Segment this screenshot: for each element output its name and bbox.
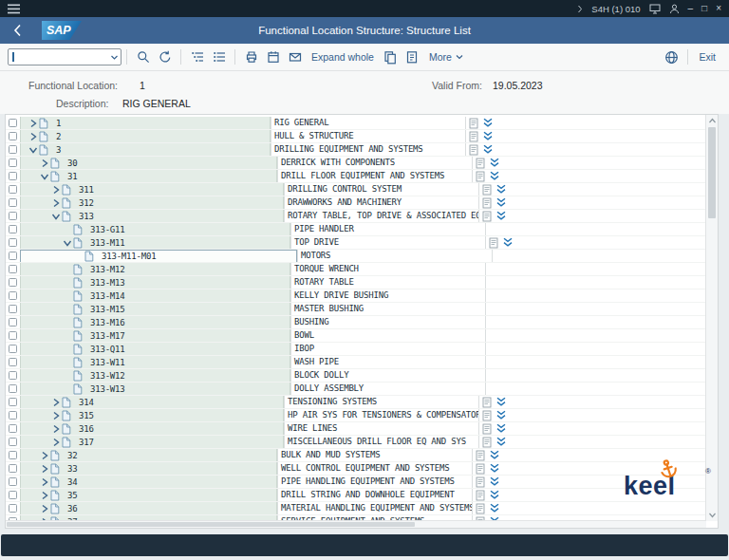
expander-icon[interactable] [51,185,61,195]
row-id[interactable]: 2 [56,131,61,142]
subtree-list-icon[interactable] [402,47,422,67]
row-description[interactable]: BULK AND MUD SYSTEMS [277,449,473,462]
row-checkbox[interactable] [9,278,17,287]
double-chevron-down-icon[interactable] [495,397,507,407]
row-description[interactable]: MOTORS [297,250,493,263]
row-description[interactable]: BOWL [290,329,486,343]
row-description[interactable]: WASH PIPE [290,356,486,369]
row-id[interactable]: 1 [56,118,61,129]
refresh-icon[interactable] [155,47,175,67]
expander-icon[interactable] [51,212,61,221]
expander-icon[interactable] [51,411,61,420]
row-id[interactable]: 36 [67,503,77,514]
send-icon[interactable] [285,47,305,67]
tree-id-cell[interactable] [20,250,297,263]
row-description[interactable]: TORQUE WRENCH [290,263,486,276]
row-id[interactable]: 313-M16 [90,317,125,328]
row-checkbox[interactable] [9,424,17,433]
row-checkbox[interactable] [9,238,17,247]
row-description[interactable]: WIRE LINES [284,422,479,436]
row-id[interactable]: 31 [67,171,77,182]
clipboard-icon[interactable] [476,450,485,461]
row-id[interactable]: 313-Q11 [90,344,125,355]
clipboard-icon[interactable] [476,490,485,501]
row-checkbox[interactable] [9,132,17,140]
row-description[interactable]: DRAWWORKS AND MACHINERY [284,196,479,210]
row-checkbox[interactable] [9,358,17,366]
clipboard-icon[interactable] [482,410,492,421]
row-description[interactable]: DRILL FLOOR EQUIPMENT AND SYSTEMS [277,170,473,183]
row-checkbox[interactable] [9,451,17,459]
row-id[interactable]: 313-M11-M01 [102,251,156,262]
row-id[interactable]: 313-M15 [90,304,125,315]
expand-whole-button[interactable]: Expand whole [306,51,380,63]
row-description[interactable]: DRILL STRING AND DOWNHOLE EQUIPMENT [277,489,473,502]
row-description[interactable]: MASTER BUSHING [290,303,486,316]
vertical-scroll-thumb[interactable] [708,127,716,218]
tree-id-cell[interactable] [20,263,290,276]
exit-button[interactable]: Exit [693,51,721,63]
row-checkbox[interactable] [9,198,17,207]
clipboard-icon[interactable] [469,118,478,129]
clipboard-icon[interactable] [469,144,478,156]
row-checkbox[interactable] [9,119,17,127]
clipboard-icon[interactable] [476,503,485,514]
row-checkbox[interactable] [9,504,17,513]
expander-icon[interactable] [63,238,72,248]
row-id[interactable]: 313-W12 [90,370,125,382]
row-description[interactable]: BLOCK DOLLY [290,369,486,383]
double-chevron-down-icon[interactable] [489,490,500,500]
row-checkbox[interactable] [9,145,17,154]
row-checkbox[interactable] [9,371,17,380]
row-id[interactable]: 313-M17 [90,330,125,342]
row-id[interactable]: 313-M11 [90,237,125,249]
row-description[interactable]: ROTARY TABLE [290,276,486,289]
double-chevron-down-icon[interactable] [489,171,500,181]
expander-icon[interactable] [40,159,49,168]
scroll-up-icon[interactable] [708,117,717,125]
double-chevron-down-icon[interactable] [482,131,494,141]
row-checkbox[interactable] [9,491,17,499]
row-description[interactable]: DOLLY ASSEMBLY [290,383,486,396]
expander-icon[interactable] [40,172,49,181]
row-description[interactable]: TENSIONING SYSTEMS [284,396,479,409]
double-chevron-down-icon[interactable] [489,476,500,487]
clipboard-icon[interactable] [482,197,492,209]
menu-icon[interactable] [8,4,20,14]
row-id[interactable]: 313-W11 [90,357,125,368]
row-description[interactable]: PIPE HANDLING EQUIPMENT AND SYSTEMS [277,476,473,489]
globe-icon[interactable] [662,47,682,67]
row-id[interactable]: 35 [67,490,77,501]
row-checkbox[interactable] [9,318,17,327]
clipboard-icon[interactable] [482,184,492,196]
row-description[interactable]: HULL & STRUCTURE [271,130,466,143]
search-icon[interactable] [133,47,153,67]
row-checkbox[interactable] [9,438,17,446]
clipboard-icon[interactable] [476,158,485,169]
command-combobox[interactable] [8,48,122,65]
clipboard-icon[interactable] [469,131,478,142]
expander-icon[interactable] [51,438,61,447]
clipboard-icon[interactable] [482,211,492,222]
row-id[interactable]: 317 [79,437,94,448]
row-id[interactable]: 313 [79,211,94,222]
user-icon[interactable] [669,4,680,14]
row-checkbox[interactable] [9,212,17,220]
row-description[interactable]: RIG GENERAL [271,117,466,130]
row-checkbox[interactable] [9,159,17,167]
double-chevron-down-icon[interactable] [489,463,500,474]
double-chevron-down-icon[interactable] [495,184,507,195]
row-id[interactable]: 314 [79,397,94,408]
tree-id-cell[interactable] [20,223,290,236]
clipboard-icon[interactable] [476,463,485,475]
copy-icon[interactable] [381,47,401,67]
tree-id-cell[interactable] [20,369,290,383]
expander-icon[interactable] [40,504,49,513]
double-chevron-down-icon[interactable] [502,237,514,248]
row-checkbox[interactable] [9,384,17,393]
clipboard-icon[interactable] [489,237,498,249]
row-checkbox[interactable] [9,477,17,486]
row-id[interactable]: 30 [67,158,77,169]
double-chevron-down-icon[interactable] [482,144,494,155]
expander-icon[interactable] [28,132,38,141]
